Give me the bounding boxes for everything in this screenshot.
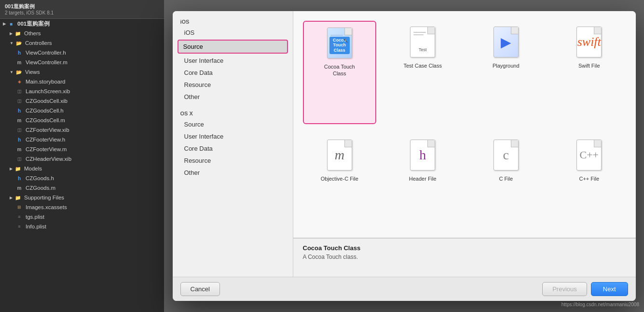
dialog-footer: Cancel Previous Next [173,277,636,301]
sidebar-item-views[interactable]: ▼ 📂 Views [0,67,164,77]
sidebar-item-images-xcassets[interactable]: ⊞ Images.xcassets [0,202,164,212]
sidebar-item-czfooterview-h[interactable]: h CZFooterView.h [0,135,164,144]
category-resource-osx[interactable]: Resource [173,155,293,167]
storyboard-icon: ◈ [15,78,23,85]
test-case-class-icon: Test [407,25,438,59]
sidebar-item-czgoodscell-h[interactable]: h CZGoodsCell.h [0,106,164,115]
sidebar-item-czgoodscell-m[interactable]: m CZGoodsCell.m [0,115,164,125]
category-source-osx[interactable]: Source [173,118,293,130]
triangle-icon: ▶ [10,31,13,36]
cocoa-touch-class-label: Cocoa TouchClass [324,63,355,77]
plist-icon: ≡ [15,223,23,230]
sidebar-item-main-storyboard[interactable]: ◈ Main.storyboard [0,77,164,86]
category-other-ios[interactable]: Other [173,91,293,103]
project-name: 001逛购案例 [5,3,159,10]
c-file-label: C File [499,175,513,182]
m-file-icon: m [15,58,23,66]
sidebar-item-czfooterview-xib[interactable]: ◫ CZFooterView.xib [0,125,164,135]
cpp-file-icon: C++ [574,138,604,172]
category-source-ios[interactable]: Source [178,40,288,54]
category-user-interface-osx[interactable]: User Interface [173,130,293,142]
next-button[interactable]: Next [591,282,628,296]
description-text: A Cocoa Touch class. [303,254,626,260]
sidebar-item-viewcontroller-h[interactable]: h ViewController.h [0,48,164,57]
sidebar-item-tgs-plist[interactable]: ≡ tgs.plist [0,212,164,222]
h-file-icon: h [15,107,23,114]
dialog-body: iOS iOS Source User Interface Core Data … [173,11,636,277]
file-item-c[interactable]: c C File [469,134,543,228]
file-grid: Cocoa TouchClass ↖ Cocoa TouchClass [293,11,636,238]
cpp-file-label: C++ File [579,175,599,182]
h-file-icon: h [15,136,23,143]
xib-icon: ◫ [15,97,23,105]
sidebar-item-czgoods-m[interactable]: m CZGoods.m [0,183,164,193]
objc-file-label: Objective-C File [321,175,358,182]
triangle-icon: ▼ [10,70,14,74]
header-file-icon: h [407,138,438,172]
category-other-osx[interactable]: Other [173,167,293,179]
file-panel: Cocoa TouchClass ↖ Cocoa TouchClass [293,11,636,277]
sidebar-item-czfooterview-m[interactable]: m CZFooterView.m [0,144,164,154]
cpp-symbol: C++ [580,149,599,161]
xib-icon: ◫ [15,126,23,134]
category-user-interface-ios[interactable]: User Interface [173,55,293,67]
test-case-class-label: Test Case Class [404,62,442,69]
folder-icon: 📁 [14,165,22,172]
folder-icon: 📂 [15,68,23,76]
triangle-icon: ▼ [10,41,14,45]
playground-icon: ▶ [491,25,521,59]
category-ios[interactable]: iOS [173,27,293,39]
header-symbol: h [419,147,426,163]
plist-icon: ≡ [15,213,23,221]
c-file-icon: c [491,138,521,172]
category-core-data-ios[interactable]: Core Data [173,67,293,79]
sidebar-item-others[interactable]: ▶ 📁 Others [0,28,164,38]
xib-icon: ◫ [15,155,23,163]
description-panel: Cocoa Touch Class A Cocoa Touch class. [293,238,636,277]
footer-right-buttons: Previous Next [542,282,628,296]
file-item-swift[interactable]: swift Swift File [552,21,626,124]
category-core-data-osx[interactable]: Core Data [173,142,293,155]
file-item-objc[interactable]: m Objective-C File [303,134,377,228]
file-item-cpp[interactable]: C++ C++ File [552,134,626,228]
category-panel: iOS iOS Source User Interface Core Data … [173,11,293,277]
previous-button[interactable]: Previous [542,282,587,296]
sidebar-item-info-plist[interactable]: ≡ Info.plist [0,222,164,231]
sidebar-item-project[interactable]: ▶ ■ 001逛购案例 [0,19,164,28]
sidebar-item-controllers[interactable]: ▼ 📂 Controllers [0,38,164,48]
c-symbol: c [503,147,509,163]
h-file-icon: h [15,174,23,182]
main-area: iOS iOS Source User Interface Core Data … [164,0,644,312]
cancel-button[interactable]: Cancel [180,282,220,296]
swift-file-icon: swift [574,25,604,59]
sidebar-item-viewcontroller-m[interactable]: m ViewController.m [0,57,164,67]
file-item-playground[interactable]: ▶ Playground [469,21,543,124]
sidebar-item-models[interactable]: ▶ 📁 Models [0,164,164,173]
xib-icon: ◫ [15,87,23,95]
osx-section-header: OS X [173,108,293,118]
file-item-header[interactable]: h Header File [386,134,460,228]
m-file-icon: m [15,184,23,192]
m-file-icon: m [15,145,23,153]
h-file-icon: h [15,49,23,57]
folder-icon: 📁 [14,194,22,201]
objc-symbol: m [335,147,344,163]
sidebar-item-launchscreen[interactable]: ◫ LaunchScreen.xib [0,86,164,96]
objc-file-icon: m [324,138,355,172]
swift-file-label: Swift File [578,62,600,69]
sidebar-item-czgoods-h[interactable]: h CZGoods.h [0,173,164,183]
sidebar-item-czgoodscell-xib[interactable]: ◫ CZGoodsCell.xib [0,96,164,106]
sidebar-header: 001逛购案例 2 targets, iOS SDK 8.1 [0,0,164,19]
file-item-cocoa-touch-class[interactable]: Cocoa TouchClass ↖ Cocoa TouchClass [303,21,377,124]
project-meta: 2 targets, iOS SDK 8.1 [5,10,159,15]
sidebar-item-czheaderview-xib[interactable]: ◫ CZHeaderView.xib [0,154,164,164]
sidebar-item-supporting[interactable]: ▶ 📁 Supporting Files [0,193,164,202]
file-item-test-case-class[interactable]: Test Test Case Class [386,21,460,124]
category-resource-ios[interactable]: Resource [173,79,293,91]
ios-section: iOS iOS Source User Interface Core Data … [173,16,293,103]
ios-section-header: iOS [173,16,293,27]
description-title: Cocoa Touch Class [303,244,626,252]
new-file-dialog: iOS iOS Source User Interface Core Data … [173,11,636,301]
sidebar: 001逛购案例 2 targets, iOS SDK 8.1 ▶ ■ 001逛购… [0,0,164,312]
playground-symbol: ▶ [501,34,511,50]
